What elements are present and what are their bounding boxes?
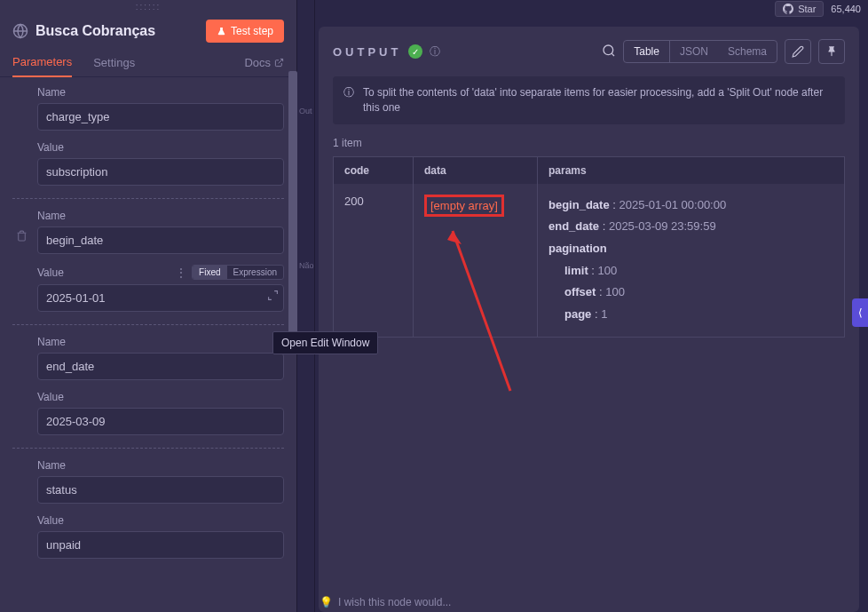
svg-line-4 [612, 53, 614, 56]
table-row: 200 [empty array] begin_date : 2025-01-0… [334, 184, 844, 337]
item-count: 1 item [319, 133, 859, 156]
info-icon[interactable]: ⓘ [430, 44, 440, 60]
field-label: Name [37, 210, 284, 222]
svg-point-3 [604, 45, 613, 55]
svg-line-2 [279, 59, 283, 63]
column-header-code[interactable]: code [334, 157, 414, 184]
divider [12, 324, 284, 325]
fixed-expression-toggle[interactable]: Fixed Expression [192, 265, 284, 280]
field-label: Name [37, 459, 284, 472]
name-input-end-date[interactable] [37, 353, 284, 380]
globe-icon [12, 23, 28, 39]
delete-icon[interactable] [16, 230, 28, 244]
field-label: Value [37, 141, 284, 154]
scrollbar-thumb[interactable] [288, 71, 297, 346]
output-panel: OUTPUT ✓ ⓘ Table JSON Schema [319, 27, 859, 612]
external-link-icon [274, 58, 284, 68]
parameters-panel: :::::: Busca Cobranças Test step Paramet… [0, 0, 297, 612]
side-drawer-tab[interactable]: ⟨ [852, 298, 868, 327]
expand-icon[interactable] [267, 290, 279, 303]
field-label: Name [37, 336, 284, 348]
name-input-status[interactable] [37, 476, 284, 504]
value-input-begin-date[interactable] [37, 284, 284, 312]
output-table: code data params 200 [empty array] begin… [333, 156, 845, 338]
tab-settings[interactable]: Settings [93, 49, 135, 76]
cell-code: 200 [334, 184, 414, 337]
field-label: Value [37, 266, 64, 279]
field-label: Value [37, 391, 284, 403]
name-input-charge-type[interactable] [37, 103, 284, 131]
empty-array-highlight: [empty array] [424, 195, 504, 217]
drag-handle[interactable]: :::::: [0, 0, 296, 12]
column-header-params[interactable]: params [538, 157, 844, 184]
tooltip: Open Edit Window [272, 331, 378, 354]
view-tab-json[interactable]: JSON [670, 41, 718, 62]
output-title: OUTPUT [333, 45, 401, 59]
value-input-charge-type[interactable] [37, 158, 284, 186]
column-header-data[interactable]: data [414, 157, 538, 184]
value-input-status[interactable] [37, 531, 284, 559]
divider [12, 198, 284, 199]
tab-parameters[interactable]: Parameters [12, 48, 72, 77]
edit-button[interactable] [785, 39, 811, 64]
nao-label: Não [299, 261, 314, 270]
docs-link[interactable]: Docs [244, 56, 284, 69]
bulb-icon: 💡 [320, 596, 333, 608]
connector-strip: Out Não [297, 0, 315, 612]
options-icon[interactable]: ⋮ [176, 266, 186, 279]
cell-data: [empty array] [414, 184, 538, 337]
cell-params: begin_date : 2025-01-01 00:00:00 end_dat… [538, 184, 844, 337]
test-step-button[interactable]: Test step [206, 20, 284, 43]
hint-box: ⓘ To split the contents of 'data' into s… [333, 76, 845, 124]
feedback-footer[interactable]: 💡 I wish this node would... [320, 596, 451, 608]
view-tab-schema[interactable]: Schema [718, 41, 777, 62]
hint-text: To split the contents of 'data' into sep… [363, 85, 834, 115]
pin-button[interactable] [818, 39, 845, 64]
success-check-icon: ✓ [408, 44, 422, 59]
field-label: Name [37, 86, 284, 99]
out-label: Out [299, 107, 312, 115]
info-icon: ⓘ [343, 85, 354, 115]
node-title: Busca Cobranças [36, 23, 155, 39]
flask-icon [217, 27, 226, 36]
name-input-begin-date[interactable] [37, 227, 284, 254]
value-input-end-date[interactable] [37, 408, 284, 435]
view-tab-table[interactable]: Table [624, 41, 670, 62]
field-label: Value [37, 514, 284, 527]
divider [12, 448, 284, 449]
search-icon[interactable] [602, 44, 616, 60]
